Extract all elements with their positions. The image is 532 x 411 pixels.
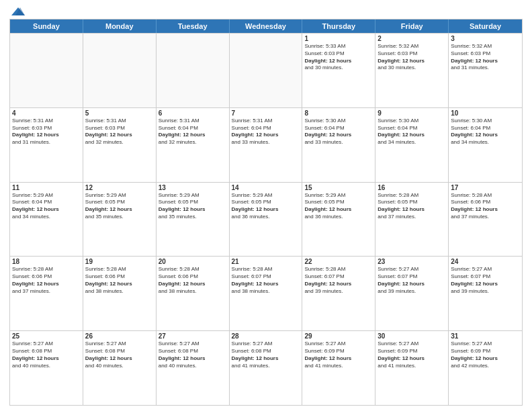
calendar-body: 1Sunrise: 5:33 AMSunset: 6:03 PMDaylight…: [10, 33, 522, 405]
empty-cell: [83, 34, 157, 107]
day-cell-12: 12Sunrise: 5:29 AMSunset: 6:05 PMDayligh…: [83, 183, 157, 257]
day-number: 23: [378, 258, 446, 265]
cell-line-1: Sunset: 6:05 PM: [378, 199, 446, 206]
day-cell-22: 22Sunrise: 5:28 AMSunset: 6:07 PMDayligh…: [302, 257, 375, 330]
cell-line-1: Sunset: 6:06 PM: [451, 199, 520, 206]
cell-line-1: Sunset: 6:09 PM: [378, 348, 446, 355]
day-cell-16: 16Sunrise: 5:28 AMSunset: 6:05 PMDayligh…: [375, 183, 449, 257]
day-number: 31: [451, 332, 520, 340]
cell-line-2: Daylight: 12 hours: [304, 281, 373, 288]
cell-line-3: and 40 minutes.: [85, 363, 154, 370]
cell-line-0: Sunrise: 5:27 AM: [304, 340, 373, 348]
cell-line-0: Sunrise: 5:32 AM: [378, 43, 446, 50]
cell-line-2: Daylight: 12 hours: [85, 355, 154, 363]
cell-line-1: Sunset: 6:05 PM: [232, 199, 300, 206]
cell-line-3: and 38 minutes.: [159, 288, 227, 295]
day-cell-19: 19Sunrise: 5:28 AMSunset: 6:06 PMDayligh…: [83, 257, 157, 330]
cell-line-2: Daylight: 12 hours: [85, 206, 154, 214]
day-cell-4: 4Sunrise: 5:31 AMSunset: 6:03 PMDaylight…: [10, 108, 83, 182]
cell-line-0: Sunrise: 5:33 AM: [304, 43, 373, 50]
empty-cell: [10, 34, 83, 107]
page: SundayMondayTuesdayWednesdayThursdayFrid…: [0, 0, 532, 411]
cell-line-2: Daylight: 12 hours: [451, 132, 520, 139]
cell-line-3: and 37 minutes.: [378, 214, 446, 221]
cell-line-3: and 37 minutes.: [451, 214, 520, 221]
cell-line-1: Sunset: 6:06 PM: [159, 273, 227, 281]
day-cell-1: 1Sunrise: 5:33 AMSunset: 6:03 PMDaylight…: [302, 34, 375, 107]
cell-line-2: Daylight: 12 hours: [378, 206, 446, 214]
day-number: 3: [451, 35, 520, 42]
cell-line-3: and 32 minutes.: [85, 139, 154, 146]
cell-line-1: Sunset: 6:07 PM: [304, 273, 373, 281]
cell-line-3: and 40 minutes.: [159, 363, 227, 370]
cell-line-0: Sunrise: 5:28 AM: [378, 192, 446, 199]
cell-line-0: Sunrise: 5:28 AM: [85, 266, 154, 273]
cell-line-0: Sunrise: 5:29 AM: [159, 192, 227, 199]
cell-line-3: and 39 minutes.: [451, 288, 520, 295]
day-number: 10: [451, 109, 520, 117]
cell-line-3: and 38 minutes.: [232, 288, 300, 295]
cell-line-1: Sunset: 6:08 PM: [12, 348, 81, 355]
cell-line-2: Daylight: 12 hours: [12, 132, 81, 139]
cell-line-1: Sunset: 6:06 PM: [85, 273, 154, 281]
cell-line-0: Sunrise: 5:28 AM: [451, 192, 520, 199]
cell-line-2: Daylight: 12 hours: [159, 132, 227, 139]
cell-line-1: Sunset: 6:05 PM: [159, 199, 227, 206]
day-cell-2: 2Sunrise: 5:32 AMSunset: 6:03 PMDaylight…: [375, 34, 449, 107]
cell-line-2: Daylight: 12 hours: [159, 355, 227, 363]
day-number: 28: [232, 332, 300, 340]
day-cell-17: 17Sunrise: 5:28 AMSunset: 6:06 PMDayligh…: [449, 183, 522, 257]
cell-line-2: Daylight: 12 hours: [451, 58, 520, 65]
cell-line-2: Daylight: 12 hours: [232, 132, 300, 139]
cell-line-0: Sunrise: 5:29 AM: [232, 192, 300, 199]
day-header-monday: Monday: [83, 19, 157, 33]
cell-line-1: Sunset: 6:04 PM: [12, 199, 81, 206]
day-number: 15: [304, 184, 373, 191]
cell-line-0: Sunrise: 5:29 AM: [12, 192, 81, 199]
day-number: 17: [451, 184, 520, 191]
day-header-thursday: Thursday: [302, 19, 375, 33]
cell-line-1: Sunset: 6:04 PM: [378, 125, 446, 132]
cell-line-3: and 36 minutes.: [304, 214, 373, 221]
calendar-week-1: 1Sunrise: 5:33 AMSunset: 6:03 PMDaylight…: [10, 33, 522, 107]
cell-line-3: and 32 minutes.: [159, 139, 227, 146]
day-header-saturday: Saturday: [449, 19, 522, 33]
cell-line-0: Sunrise: 5:31 AM: [85, 118, 154, 125]
day-cell-7: 7Sunrise: 5:31 AMSunset: 6:04 PMDaylight…: [230, 108, 303, 182]
cell-line-3: and 31 minutes.: [451, 64, 520, 72]
cell-line-0: Sunrise: 5:30 AM: [451, 118, 520, 125]
cell-line-2: Daylight: 12 hours: [304, 355, 373, 363]
day-cell-13: 13Sunrise: 5:29 AMSunset: 6:05 PMDayligh…: [157, 183, 230, 257]
cell-line-0: Sunrise: 5:28 AM: [232, 266, 300, 273]
cell-line-1: Sunset: 6:03 PM: [12, 125, 81, 132]
cell-line-3: and 35 minutes.: [159, 214, 227, 221]
header: [9, 7, 523, 16]
day-cell-29: 29Sunrise: 5:27 AMSunset: 6:09 PMDayligh…: [302, 331, 375, 405]
cell-line-1: Sunset: 6:03 PM: [304, 50, 373, 58]
day-cell-26: 26Sunrise: 5:27 AMSunset: 6:08 PMDayligh…: [83, 331, 157, 405]
day-number: 13: [159, 184, 227, 191]
empty-cell: [157, 34, 230, 107]
cell-line-2: Daylight: 12 hours: [378, 58, 446, 65]
cell-line-0: Sunrise: 5:27 AM: [12, 340, 81, 348]
day-header-friday: Friday: [375, 19, 449, 33]
calendar-week-4: 18Sunrise: 5:28 AMSunset: 6:06 PMDayligh…: [10, 256, 522, 330]
day-number: 1: [304, 35, 373, 42]
cell-line-0: Sunrise: 5:27 AM: [378, 340, 446, 348]
cell-line-3: and 38 minutes.: [85, 288, 154, 295]
cell-line-0: Sunrise: 5:28 AM: [12, 266, 81, 273]
day-cell-21: 21Sunrise: 5:28 AMSunset: 6:07 PMDayligh…: [230, 257, 303, 330]
cell-line-3: and 39 minutes.: [304, 288, 373, 295]
day-header-sunday: Sunday: [10, 19, 83, 33]
cell-line-0: Sunrise: 5:29 AM: [85, 192, 154, 199]
cell-line-3: and 35 minutes.: [85, 214, 154, 221]
cell-line-1: Sunset: 6:04 PM: [451, 125, 520, 132]
logo-icon: [11, 7, 26, 16]
cell-line-0: Sunrise: 5:28 AM: [159, 266, 227, 273]
day-number: 29: [304, 332, 373, 340]
day-cell-18: 18Sunrise: 5:28 AMSunset: 6:06 PMDayligh…: [10, 257, 83, 330]
cell-line-3: and 41 minutes.: [232, 363, 300, 370]
cell-line-3: and 34 minutes.: [12, 214, 81, 221]
cell-line-2: Daylight: 12 hours: [378, 132, 446, 139]
day-number: 25: [12, 332, 81, 340]
